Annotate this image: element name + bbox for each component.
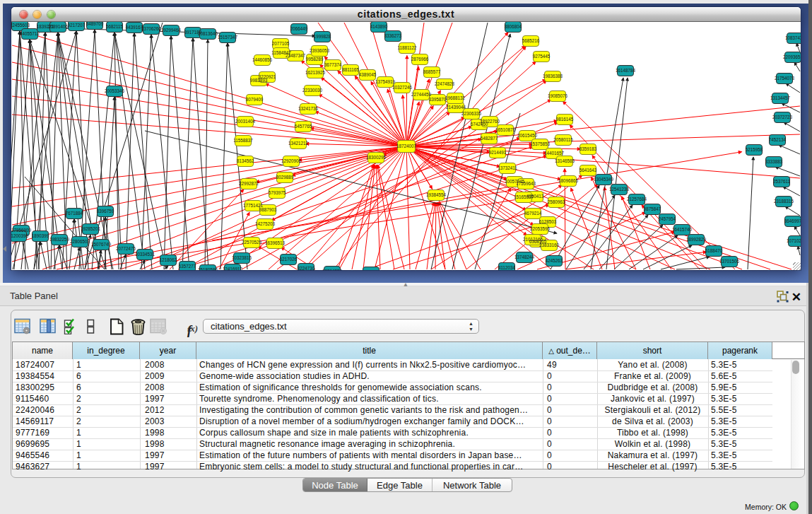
svg-text:14055712: 14055712 bbox=[20, 31, 40, 36]
svg-text:19085076: 19085076 bbox=[548, 93, 568, 98]
svg-text:22053595: 22053595 bbox=[530, 226, 551, 231]
svg-text:14275203: 14275203 bbox=[255, 221, 276, 226]
svg-text:2077105: 2077105 bbox=[272, 41, 290, 46]
svg-text:22570529: 22570529 bbox=[242, 240, 262, 245]
svg-text:20615450: 20615450 bbox=[517, 133, 538, 138]
svg-text:22474828: 22474828 bbox=[435, 81, 455, 86]
svg-text:2457954: 2457954 bbox=[659, 216, 676, 221]
svg-text:22455603: 22455603 bbox=[11, 23, 30, 28]
svg-text:22806503: 22806503 bbox=[70, 239, 90, 244]
svg-text:15165337: 15165337 bbox=[514, 194, 534, 199]
svg-text:12416912: 12416912 bbox=[223, 267, 243, 270]
svg-text:20891406: 20891406 bbox=[48, 24, 69, 29]
svg-text:10334531: 10334531 bbox=[135, 252, 155, 257]
svg-text:16415740: 16415740 bbox=[672, 227, 693, 232]
svg-text:21754078: 21754078 bbox=[775, 76, 795, 81]
svg-text:13421212: 13421212 bbox=[288, 141, 309, 146]
svg-text:5685216: 5685216 bbox=[522, 38, 540, 43]
svg-text:21012166: 21012166 bbox=[523, 237, 543, 242]
svg-text:4112034: 4112034 bbox=[498, 265, 516, 270]
svg-text:8224730: 8224730 bbox=[298, 266, 315, 270]
svg-text:16396513: 16396513 bbox=[265, 240, 286, 245]
svg-text:21257684: 21257684 bbox=[627, 197, 647, 201]
svg-text:8029889: 8029889 bbox=[276, 175, 294, 180]
svg-text:15180586: 15180586 bbox=[198, 267, 218, 270]
svg-text:3395870: 3395870 bbox=[429, 97, 447, 102]
svg-text:9887903: 9887903 bbox=[259, 207, 277, 212]
svg-text:23833160: 23833160 bbox=[539, 243, 560, 247]
svg-text:9275445: 9275445 bbox=[533, 54, 551, 59]
svg-text:21439044: 21439044 bbox=[446, 105, 466, 110]
svg-text:20372723: 20372723 bbox=[772, 115, 793, 119]
svg-text:12541238: 12541238 bbox=[609, 187, 630, 192]
svg-text:18992829: 18992829 bbox=[686, 237, 707, 242]
svg-text:19384554: 19384554 bbox=[426, 192, 447, 197]
svg-text:8359183: 8359183 bbox=[579, 146, 597, 151]
svg-text:21200396: 21200396 bbox=[11, 233, 28, 238]
svg-text:4143890: 4143890 bbox=[370, 24, 388, 29]
svg-text:14401657: 14401657 bbox=[544, 151, 565, 156]
svg-text:22330030: 22330030 bbox=[302, 88, 323, 93]
svg-text:13146585: 13146585 bbox=[555, 158, 575, 163]
svg-text:16148784: 16148784 bbox=[616, 68, 636, 73]
svg-text:22093651: 22093651 bbox=[783, 54, 801, 59]
svg-text:13754919: 13754919 bbox=[375, 79, 396, 84]
svg-text:22744459: 22744459 bbox=[411, 92, 432, 97]
svg-text:4679214: 4679214 bbox=[524, 211, 542, 216]
svg-text:13748244: 13748244 bbox=[514, 255, 535, 259]
svg-text:7452134: 7452134 bbox=[769, 137, 787, 142]
svg-text:8134562: 8134562 bbox=[237, 158, 254, 163]
svg-text:11881122: 11881122 bbox=[397, 45, 417, 50]
svg-text:2537611: 2537611 bbox=[773, 179, 791, 184]
svg-text:17559643: 17559643 bbox=[516, 181, 536, 186]
svg-text:1999828: 1999828 bbox=[314, 34, 331, 39]
svg-text:13732411: 13732411 bbox=[498, 165, 517, 170]
svg-text:20772475: 20772475 bbox=[116, 246, 136, 251]
svg-text:11558837: 11558837 bbox=[233, 138, 253, 143]
svg-text:2580963: 2580963 bbox=[548, 199, 565, 204]
svg-text:23706266: 23706266 bbox=[141, 26, 162, 31]
svg-text:6457765: 6457765 bbox=[295, 124, 312, 129]
svg-text:9214491: 9214491 bbox=[489, 150, 507, 155]
svg-text:6217026: 6217026 bbox=[280, 257, 298, 262]
svg-text:8079409: 8079409 bbox=[246, 97, 264, 102]
svg-text:19285201: 19285201 bbox=[81, 226, 101, 231]
svg-text:18300295: 18300295 bbox=[366, 155, 387, 160]
svg-text:16510878: 16510878 bbox=[495, 127, 516, 132]
svg-text:12920906: 12920906 bbox=[281, 158, 302, 163]
svg-text:8811165: 8811165 bbox=[342, 67, 359, 72]
svg-text:20580115: 20580115 bbox=[553, 137, 573, 142]
svg-text:3333883: 3333883 bbox=[765, 159, 783, 164]
svg-text:5641643: 5641643 bbox=[579, 168, 597, 173]
svg-text:19832259: 19832259 bbox=[49, 237, 70, 242]
svg-text:5793975: 5793975 bbox=[269, 190, 286, 195]
svg-text:8806804: 8806804 bbox=[505, 24, 522, 29]
svg-text:19299464: 19299464 bbox=[161, 28, 182, 33]
svg-text:9816145: 9816145 bbox=[556, 117, 574, 122]
svg-text:19836388: 19836388 bbox=[543, 74, 563, 78]
svg-text:23188315: 23188315 bbox=[774, 199, 794, 204]
svg-text:7671884: 7671884 bbox=[66, 211, 83, 216]
svg-text:20813640: 20813640 bbox=[198, 31, 218, 36]
svg-text:9875847: 9875847 bbox=[644, 206, 661, 211]
svg-text:2066449: 2066449 bbox=[290, 26, 308, 31]
svg-text:1890399: 1890399 bbox=[32, 233, 49, 238]
svg-text:13134457: 13134457 bbox=[770, 95, 791, 100]
svg-text:1218062: 1218062 bbox=[160, 257, 177, 262]
svg-text:6357277: 6357277 bbox=[179, 264, 196, 269]
svg-text:8685577: 8685577 bbox=[423, 69, 441, 74]
svg-text:18096865: 18096865 bbox=[558, 178, 579, 183]
svg-text:14460856: 14460856 bbox=[252, 57, 273, 62]
svg-text:2876966: 2876966 bbox=[411, 57, 429, 62]
svg-text:10837430: 10837430 bbox=[785, 35, 801, 40]
svg-text:13241736: 13241736 bbox=[298, 106, 319, 111]
svg-text:17956909: 17956909 bbox=[11, 228, 31, 233]
svg-text:13701506: 13701506 bbox=[719, 259, 740, 264]
svg-text:19688132: 19688132 bbox=[445, 95, 466, 100]
svg-text:20031404: 20031404 bbox=[235, 119, 256, 124]
svg-text:22306335: 22306335 bbox=[461, 111, 482, 116]
svg-text:5188470: 5188470 bbox=[705, 248, 723, 253]
svg-text:15076749: 15076749 bbox=[91, 242, 112, 247]
svg-text:15157347: 15157347 bbox=[218, 35, 238, 40]
svg-text:18724007: 18724007 bbox=[396, 144, 417, 148]
